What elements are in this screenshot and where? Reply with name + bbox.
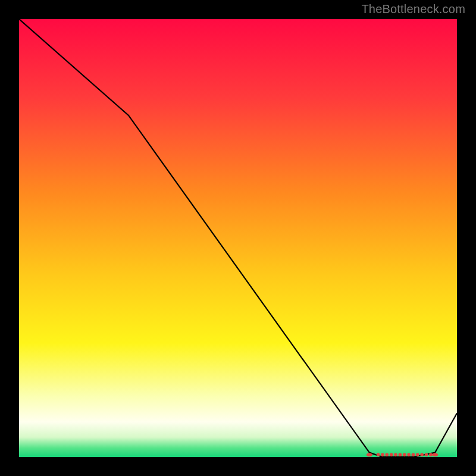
marker-dot xyxy=(394,453,397,456)
marker-dot xyxy=(432,453,438,456)
marker-dot xyxy=(385,453,389,456)
marker-dot xyxy=(390,453,393,456)
marker-dot xyxy=(412,453,415,456)
gradient-background xyxy=(19,19,457,457)
marker-dot xyxy=(403,453,406,456)
marker-dot xyxy=(416,453,419,456)
marker-dot xyxy=(407,453,411,456)
watermark-text: TheBottleneck.com xyxy=(361,2,465,16)
marker-dot xyxy=(377,453,380,456)
marker-dot xyxy=(367,453,372,456)
marker-dot xyxy=(381,453,384,456)
plot-area xyxy=(19,19,457,457)
marker-dot xyxy=(399,453,402,456)
marker-dot xyxy=(420,453,424,456)
marker-dot xyxy=(429,453,433,456)
chart-container: TheBottleneck.com xyxy=(0,0,476,476)
chart-svg xyxy=(19,19,457,457)
marker-dot xyxy=(425,453,428,456)
